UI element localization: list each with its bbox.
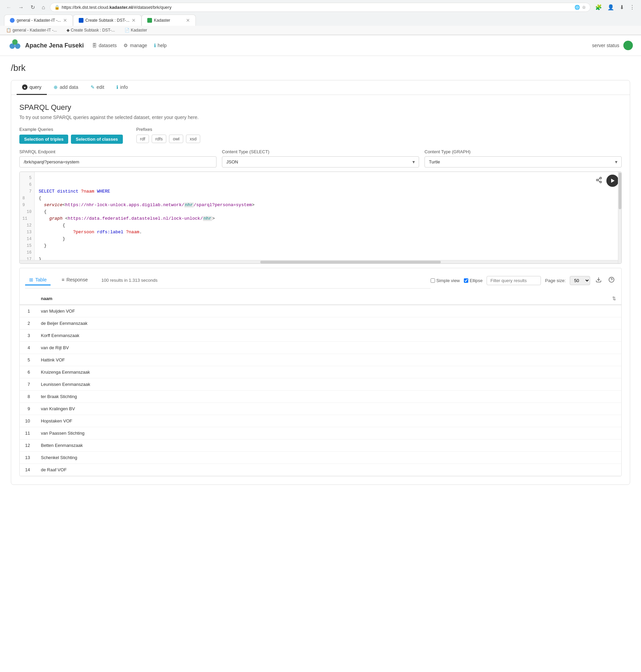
ellipse-label[interactable]: Ellipse (464, 278, 482, 283)
results-header: ⊞ Table ≡ Response 100 results in 1.313 … (20, 268, 621, 293)
bookmark-bar: 📋 general - Kadaster-IT -... ◆ Create Su… (0, 26, 641, 35)
page-container: /brk ● query ⊕ add data ✎ edit ℹ info (0, 56, 641, 492)
info-icon: ℹ (117, 84, 118, 90)
row-number: 4 (20, 342, 35, 354)
tab-close-1[interactable]: ✕ (63, 18, 67, 23)
results-tab-table[interactable]: ⊞ Table (25, 275, 51, 285)
bookmark-1[interactable]: 📋 general - Kadaster-IT -... (4, 27, 59, 33)
line-7: 7 (20, 188, 34, 195)
endpoint-input[interactable] (19, 156, 217, 168)
code-content[interactable]: SELECT distinct ?naam WHERE { service<ht… (35, 172, 621, 260)
editor-scroll[interactable]: 5 6 7 8 9 10 11 12 13 14 15 (20, 172, 621, 260)
prefix-rdfs[interactable]: rdfs (152, 135, 167, 143)
code-line-8: service<https://nhr-lock-unlock.apps.dig… (39, 202, 255, 208)
table-row: 12 Betten Eenmanszaak (20, 439, 621, 452)
query-tab-icon: ● (22, 84, 27, 90)
edit-icon: ✎ (91, 84, 95, 90)
bookmark-label-1: general - Kadaster-IT -... (13, 28, 57, 32)
menu-button[interactable]: ⋮ (627, 3, 637, 12)
tab-title-2: Create Subtask : DST-... (85, 18, 129, 23)
home-button[interactable]: ⌂ (40, 3, 47, 12)
forward-button[interactable]: → (16, 3, 26, 12)
nav-manage[interactable]: ⚙ manage (123, 43, 147, 48)
line-12: 12 (20, 222, 34, 229)
row-number: 10 (20, 415, 35, 427)
row-number: 11 (20, 427, 35, 439)
run-query-button[interactable] (606, 174, 618, 187)
page-size-label: Page size: (545, 278, 566, 283)
tab-info[interactable]: ℹ info (111, 80, 133, 95)
tab-add-data[interactable]: ⊕ add data (48, 80, 84, 95)
results-table-header-row: naam ⇅ (20, 293, 621, 305)
editor-scrollbar[interactable] (618, 172, 621, 264)
example-queries-row: Example Queries Selection of triples Sel… (19, 127, 622, 144)
add-data-icon: ⊕ (54, 84, 58, 90)
col-naam[interactable]: naam ⇅ (35, 293, 621, 305)
row-number: 7 (20, 378, 35, 391)
prefix-rdf[interactable]: rdf (136, 135, 149, 143)
page-size-select[interactable]: 10 25 50 100 (570, 276, 590, 285)
reload-button[interactable]: ↻ (28, 3, 37, 12)
browser-chrome: ← → ↻ ⌂ 🔒 https://brk.dst.test.cloud.kad… (0, 0, 641, 35)
tab-query[interactable]: ● query (17, 80, 47, 95)
tab-favicon-1 (10, 18, 15, 23)
downloads-button[interactable]: ⬇ (617, 3, 626, 12)
row-naam: ter Braak Stichting (35, 391, 621, 403)
lock-icon: 🔒 (54, 5, 60, 10)
help-results-button[interactable] (607, 275, 616, 286)
profile-button[interactable]: 👤 (605, 3, 616, 12)
download-button[interactable] (594, 275, 603, 286)
nav-datasets[interactable]: 🗄 datasets (92, 43, 117, 48)
table-row: 6 Kruizenga Eenmanszaak (20, 366, 621, 378)
code-editor-inner: 5 6 7 8 9 10 11 12 13 14 15 (20, 172, 621, 260)
row-number: 8 (20, 391, 35, 403)
code-line-5 (39, 182, 41, 187)
content-type-select-label: Content Type (SELECT) (222, 149, 419, 154)
editor-hscrollbar[interactable] (20, 260, 621, 264)
back-button[interactable]: ← (4, 3, 14, 12)
tab-close-3[interactable]: ✕ (186, 18, 190, 23)
app-wrapper: Apache Jena Fuseki 🗄 datasets ⚙ manage ℹ… (0, 35, 641, 672)
table-row: 9 van Kralingen BV (20, 403, 621, 415)
row-naam: Schenkel Stichting (35, 452, 621, 464)
browser-tab-3[interactable]: Kadaster ✕ (141, 15, 196, 26)
prefix-owl[interactable]: owl (169, 135, 183, 143)
svg-point-4 (597, 179, 598, 181)
content-type-graph-wrapper: Turtle JSON-LD RDF/XML N-Triples ▼ (424, 156, 622, 168)
tab-favicon-2 (79, 18, 83, 23)
row-naam: Hattink VOF (35, 354, 621, 366)
row-naam: van Paassen Stichting (35, 427, 621, 439)
results-tab-response[interactable]: ≡ Response (57, 275, 92, 285)
simple-view-checkbox[interactable] (431, 278, 435, 283)
url-text: https://brk.dst.test.cloud.kadaster.nl/#… (62, 5, 572, 10)
content-type-graph-select[interactable]: Turtle JSON-LD RDF/XML N-Triples (424, 156, 622, 168)
svg-marker-8 (611, 179, 615, 183)
filter-input[interactable] (487, 276, 541, 285)
nav-help[interactable]: ℹ help (154, 43, 167, 48)
row-number: 2 (20, 317, 35, 330)
bookmark-3[interactable]: 📄 Kadaster (123, 27, 149, 33)
table-row: 5 Hattink VOF (20, 354, 621, 366)
hscrollbar-thumb (260, 261, 441, 264)
row-naam: Korff Eenmanszaak (35, 330, 621, 342)
simple-view-label[interactable]: Simple view (431, 278, 460, 283)
share-button[interactable] (594, 174, 604, 187)
extensions-button[interactable]: 🧩 (593, 3, 604, 12)
row-naam: de Beijer Eenmanszaak (35, 317, 621, 330)
prefix-xsd[interactable]: xsd (186, 135, 200, 143)
btn-selection-triples[interactable]: Selection of triples (19, 135, 68, 144)
tab-close-2[interactable]: ✕ (132, 18, 136, 23)
bookmark-icon-3: 📄 (124, 28, 129, 32)
url-bar[interactable]: 🔒 https://brk.dst.test.cloud.kadaster.nl… (50, 3, 590, 12)
browser-tab-2[interactable]: Create Subtask : DST-... ✕ (73, 15, 141, 26)
table-row: 14 de Raaf VOF (20, 464, 621, 476)
line-5: 5 (20, 174, 34, 181)
content-type-select[interactable]: JSON XML CSV TSV (222, 156, 419, 168)
ellipse-checkbox[interactable] (464, 278, 468, 283)
bookmark-2[interactable]: ◆ Create Subtask : DST-... (65, 27, 117, 33)
navbar: Apache Jena Fuseki 🗄 datasets ⚙ manage ℹ… (0, 35, 641, 56)
datasets-icon: 🗄 (92, 43, 97, 48)
browser-tab-1[interactable]: general - Kadaster-IT -... ✕ (4, 15, 73, 26)
btn-selection-classes[interactable]: Selection of classes (71, 135, 123, 144)
tab-edit[interactable]: ✎ edit (85, 80, 110, 95)
